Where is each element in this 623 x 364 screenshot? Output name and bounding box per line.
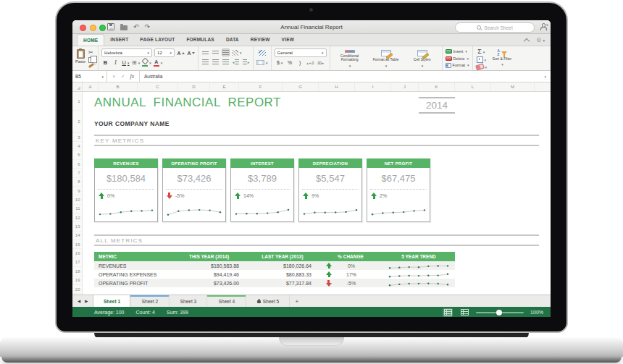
grow-font-button[interactable]: A — [177, 49, 185, 57]
column-header-G[interactable]: G — [283, 82, 319, 91]
change-cell[interactable]: -5% — [319, 280, 382, 287]
column-header-J[interactable]: J — [391, 82, 419, 91]
table-row-operating-profit[interactable]: OPERATING PROFIT$73,426.00$77,317.84-5% — [94, 279, 455, 287]
shrink-font-button[interactable]: A — [187, 49, 195, 57]
ribbon-tab-view[interactable]: VIEW — [276, 34, 300, 45]
align-middle-button[interactable] — [212, 48, 219, 56]
italic-button[interactable]: I — [112, 59, 120, 67]
metric-name-cell[interactable]: REVENUES — [94, 263, 172, 268]
sort-filter-button[interactable]: AZ Sort & Filter — [490, 48, 514, 68]
row-header-10[interactable]: 10 — [72, 195, 82, 204]
normal-view-button[interactable] — [443, 308, 453, 317]
metric-card-interest[interactable]: INTEREST$3,78914% — [230, 158, 294, 222]
cut-icon[interactable]: ✂ — [88, 50, 95, 56]
page-layout-view-button[interactable] — [459, 308, 469, 317]
sheet-tab-sheet-4[interactable]: Sheet 4 — [207, 295, 246, 307]
align-left-button[interactable] — [201, 58, 209, 66]
metric-name-cell[interactable]: OPERATING PROFIT — [94, 281, 172, 286]
row-header-18[interactable]: 18 — [72, 267, 82, 276]
bold-button[interactable]: B — [101, 59, 109, 67]
table-header-1[interactable]: THIS YEAR (2014) — [172, 254, 246, 259]
report-title-cell[interactable]: ANNUAL FINANCIAL REPORT — [94, 96, 281, 110]
search-input[interactable]: Search Sheet — [455, 22, 535, 33]
column-header-M[interactable]: M — [491, 82, 535, 91]
row-header-9[interactable]: 9 — [72, 187, 82, 195]
comma-format-button[interactable]: ) — [296, 59, 304, 67]
metric-name-cell[interactable]: OPERATING EXPENSES — [94, 272, 172, 277]
fill-color-button[interactable] — [142, 59, 151, 67]
table-header-4[interactable]: 5 YEAR TREND — [382, 254, 455, 259]
fill-button[interactable] — [476, 56, 488, 63]
number-format-select[interactable]: General — [275, 48, 327, 57]
sheet-tab-sheet-3[interactable]: Sheet 3 — [170, 295, 207, 307]
table-header-3[interactable]: % CHANGE — [319, 254, 382, 259]
decrease-decimal-button[interactable]: .00▸ — [317, 59, 325, 67]
share-icon[interactable]: + — [540, 23, 546, 30]
row-header-8[interactable]: 8 — [72, 178, 82, 187]
table-row-revenues[interactable]: REVENUES$180,583.88$180,026.640% — [94, 261, 455, 270]
font-size-select[interactable]: 12 — [154, 48, 175, 57]
percent-format-button[interactable]: % — [286, 59, 294, 67]
column-header-H[interactable]: H — [319, 82, 355, 91]
row-header-20[interactable]: 20 — [72, 285, 82, 294]
row-header-19[interactable]: 19 — [72, 276, 82, 285]
metric-card-net-profit[interactable]: NET PROFIT$67,4752% — [367, 158, 430, 222]
align-right-button[interactable] — [222, 58, 230, 66]
this-year-cell[interactable]: $73,426.00 — [172, 281, 246, 286]
column-header-E[interactable]: E — [210, 82, 239, 91]
name-box[interactable]: B5 — [72, 71, 107, 82]
row-header-11[interactable]: 11 — [72, 205, 82, 213]
formula-bar-expand-icon[interactable]: ▾ — [544, 75, 551, 79]
last-year-cell[interactable]: $77,317.84 — [246, 281, 319, 286]
align-top-button[interactable] — [201, 48, 209, 56]
row-header-1[interactable]: 1 — [72, 92, 82, 111]
report-year-cell[interactable]: 2014 — [419, 97, 455, 114]
zoom-slider-knob[interactable] — [496, 310, 502, 316]
align-bottom-button[interactable] — [222, 48, 230, 56]
row-header-13[interactable]: 13 — [72, 222, 82, 231]
cell-styles-button[interactable]: Cell Styles — [406, 48, 439, 68]
ribbon-tab-formulas[interactable]: FORMULAS — [180, 34, 219, 45]
sheet-tab-sheet-2[interactable]: Sheet 2 — [130, 295, 170, 307]
row-header-16[interactable]: 16 — [72, 249, 82, 258]
ribbon-tab-insert[interactable]: INSERT — [104, 34, 134, 45]
align-center-button[interactable] — [212, 58, 219, 66]
row-header-4[interactable]: 4 — [72, 142, 82, 151]
font-family-select[interactable]: Helvetica — [101, 48, 152, 57]
metric-card-depreciation[interactable]: DEPRECIATION$5,5479% — [298, 158, 362, 222]
sheet-scroll-right-icon[interactable]: ▶ — [85, 299, 88, 303]
confirm-entry-icon[interactable]: ✓ — [121, 74, 125, 80]
ribbon-tab-page-layout[interactable]: PAGE LAYOUT — [134, 34, 180, 45]
formula-input[interactable]: Australia — [140, 74, 545, 79]
table-header-2[interactable]: LAST YEAR (2013) — [246, 254, 319, 259]
row-header-6[interactable]: 6 — [72, 160, 82, 169]
orientation-button[interactable] — [232, 48, 242, 56]
cancel-entry-icon[interactable]: × — [112, 73, 116, 80]
row-header-5[interactable]: 5 — [72, 151, 82, 160]
merge-center-button[interactable] — [256, 59, 268, 67]
column-header-I[interactable]: I — [355, 82, 391, 91]
all-metrics-heading[interactable]: ALL METRICS — [94, 234, 539, 246]
clear-button[interactable] — [476, 64, 488, 69]
column-header-C[interactable]: C — [138, 82, 178, 91]
add-sheet-button[interactable]: + — [290, 295, 304, 307]
increase-indent-button[interactable]: ▸ — [242, 58, 250, 66]
feedback-smiley-icon[interactable]: ☺ — [535, 37, 545, 44]
key-metrics-heading[interactable]: KEY METRICS — [94, 135, 539, 146]
this-year-cell[interactable]: $180,583.88 — [172, 263, 246, 268]
worksheet-grid[interactable]: 1234567891011121314151617181920 ANNUAL F… — [72, 92, 551, 295]
column-header-A[interactable]: A — [83, 82, 99, 91]
ribbon-tab-review[interactable]: REVIEW — [245, 34, 276, 45]
column-header-F[interactable]: F — [239, 82, 283, 91]
last-year-cell[interactable]: $80,883.33 — [246, 272, 319, 277]
delete-cells-button[interactable]: Delete — [446, 56, 469, 62]
column-header-B[interactable]: B — [99, 82, 138, 91]
decrease-indent-button[interactable]: ◂ — [232, 58, 240, 66]
insert-function-icon[interactable]: fx — [130, 73, 134, 80]
row-header-15[interactable]: 15 — [72, 240, 82, 249]
column-header-L[interactable]: L — [455, 82, 491, 91]
change-cell[interactable]: 17% — [319, 271, 382, 278]
last-year-cell[interactable]: $180,026.64 — [246, 263, 319, 268]
borders-button[interactable]: ⊞ — [132, 59, 140, 67]
row-header-14[interactable]: 14 — [72, 232, 82, 240]
